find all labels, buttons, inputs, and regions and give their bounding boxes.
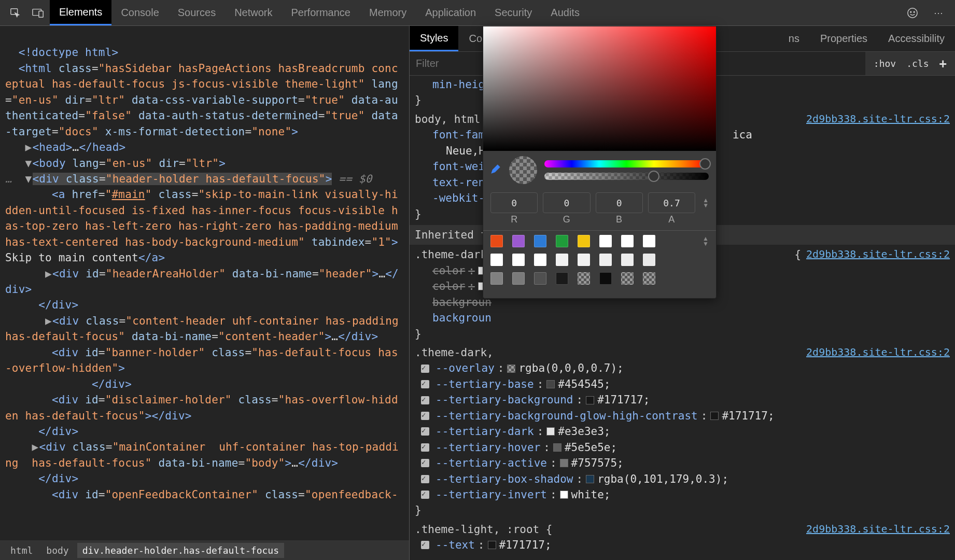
palette-swatch[interactable] [643,254,655,266]
palette-swatch[interactable] [621,272,634,285]
css-declaration[interactable]: --tertiary-active: #757575; [415,455,950,471]
palette-swatch[interactable] [556,254,568,266]
tab-sources[interactable]: Sources [168,0,225,25]
palette-swatch[interactable] [643,272,655,285]
tab-performance[interactable]: Performance [282,0,360,25]
palette-swatch[interactable] [512,235,525,247]
hov-toggle[interactable]: :hov [869,56,900,71]
crumb-div[interactable]: div.header-holder.has-default-focus [77,543,284,558]
g-input[interactable]: 0 [543,192,590,213]
stab-properties[interactable]: Properties [810,26,878,51]
r-label: R [490,214,538,225]
color-palette: ▲▼ [483,230,716,298]
tab-application[interactable]: Application [416,0,485,25]
svg-point-3 [908,8,917,17]
stab-unknown-ns[interactable]: ns [778,26,810,51]
toggle-checkbox[interactable] [421,541,429,549]
css-declaration[interactable]: --tertiary-box-shadow: rgba(0,101,179,0.… [415,471,950,487]
palette-swatch[interactable] [490,235,503,247]
b-label: B [596,214,643,225]
tab-memory[interactable]: Memory [360,0,416,25]
format-switch-icon[interactable]: ▲▼ [703,198,709,208]
device-toggle-icon[interactable] [27,3,50,23]
css-declaration[interactable]: --text: #171717; [415,537,950,553]
source-link[interactable]: 2d9bb338.site-ltr.css:2 [806,111,950,127]
palette-swatch[interactable] [556,235,568,247]
toggle-checkbox[interactable] [421,365,429,373]
palette-swatch[interactable] [534,272,546,285]
hue-slider[interactable] [544,160,709,167]
palette-swatch[interactable] [534,254,546,266]
palette-swatch[interactable] [556,272,568,285]
stab-styles[interactable]: Styles [410,26,458,51]
palette-swatch[interactable] [534,235,546,247]
palette-swatch[interactable] [490,254,503,266]
source-link[interactable]: 2d9bb338.site-ltr.css:2 [806,345,950,360]
css-declaration[interactable]: --tertiary-invert: white; [415,487,950,502]
rgba-inputs: 0 0 0 0.7 ▲▼ [483,189,716,213]
toggle-checkbox[interactable] [421,459,429,467]
color-gradient-field[interactable] [483,26,716,151]
inspect-element-icon[interactable] [4,3,27,23]
tab-network[interactable]: Network [225,0,282,25]
more-menu-icon[interactable]: ⋯ [928,3,951,23]
current-color-preview [509,156,537,184]
toggle-checkbox[interactable] [421,380,429,388]
toggle-checkbox[interactable] [421,412,429,420]
a-input[interactable]: 0.7 [648,192,695,213]
b-input[interactable]: 0 [596,192,643,213]
palette-swatch[interactable] [512,272,525,285]
a-label: A [648,214,695,225]
main-tabs: Elements Console Sources Network Perform… [50,0,589,25]
tab-console[interactable]: Console [111,0,168,25]
css-declaration[interactable]: --tertiary-background-glow-high-contrast… [415,408,950,424]
stab-accessibility[interactable]: Accessibility [878,26,955,51]
elements-panel: <!doctype html> <html class="hasSidebar … [0,26,410,560]
toggle-checkbox[interactable] [421,475,429,483]
svg-point-4 [910,11,911,12]
eyedropper-icon[interactable] [490,163,502,177]
css-declaration[interactable]: --overlay: rgba(0,0,0,0.7); [415,360,950,376]
styles-panel: Styles Co ns Properties Accessibility :h… [410,26,955,560]
palette-nav-icon[interactable]: ▲▼ [703,236,709,246]
svg-rect-2 [39,11,43,17]
palette-swatch[interactable] [599,272,612,285]
toggle-checkbox[interactable] [421,396,429,404]
feedback-smile-icon[interactable] [901,3,924,23]
toggle-checkbox[interactable] [421,491,429,499]
palette-swatch[interactable] [621,254,634,266]
crumb-body[interactable]: body [41,543,74,558]
color-picker[interactable]: 0 0 0 0.7 ▲▼ R G B A ▲▼ [483,26,717,299]
css-declaration[interactable]: --tertiary-base: #454545; [415,376,950,392]
palette-swatch[interactable] [578,254,590,266]
palette-swatch[interactable] [599,235,612,247]
crumb-html[interactable]: html [5,543,38,558]
cls-toggle[interactable]: .cls [902,56,933,71]
toggle-checkbox[interactable] [421,443,429,452]
toggle-checkbox[interactable] [421,427,429,436]
palette-swatch[interactable] [512,254,525,266]
tab-security[interactable]: Security [485,0,541,25]
new-style-rule-icon[interactable]: + [935,54,951,73]
palette-swatch[interactable] [643,235,655,247]
dom-tree[interactable]: <!doctype html> <html class="hasSidebar … [0,26,409,540]
source-link[interactable]: 2d9bb338.site-ltr.css:2 [806,522,950,537]
source-link[interactable]: 2d9bb338.site-ltr.css:2 [806,247,950,262]
tab-audits[interactable]: Audits [541,0,589,25]
palette-swatch[interactable] [599,254,612,266]
palette-swatch[interactable] [578,235,590,247]
g-label: G [543,214,590,225]
alpha-slider[interactable] [544,173,709,180]
css-declaration[interactable]: --tertiary-dark: #e3e3e3; [415,424,950,439]
css-declaration[interactable]: --tertiary-hover: #5e5e5e; [415,440,950,455]
dom-selected-node[interactable]: <div class="header-holder has-default-fo… [33,173,332,185]
css-declaration[interactable]: --tertiary-background: #171717; [415,392,950,408]
palette-swatch[interactable] [490,272,503,285]
dom-doctype[interactable]: <!doctype html> [19,46,119,59]
tab-elements[interactable]: Elements [50,0,111,25]
svg-point-5 [914,11,915,12]
r-input[interactable]: 0 [490,192,538,213]
palette-swatch[interactable] [621,235,634,247]
devtools-topbar: Elements Console Sources Network Perform… [0,0,955,26]
palette-swatch[interactable] [578,272,590,285]
